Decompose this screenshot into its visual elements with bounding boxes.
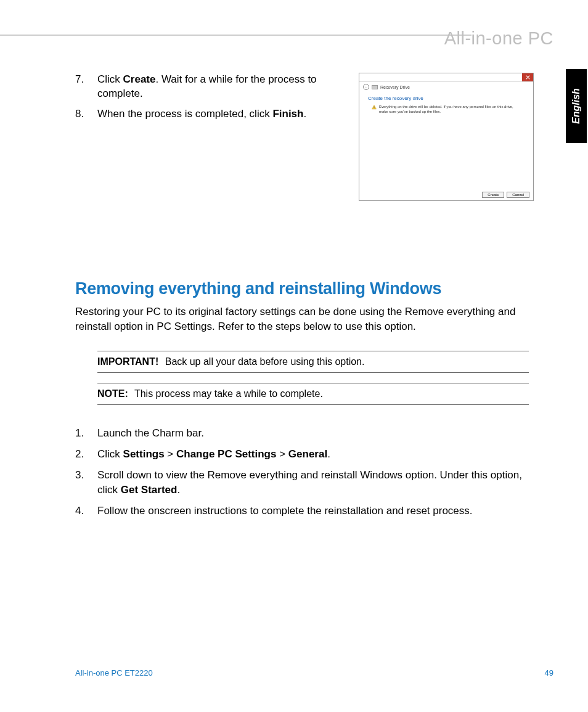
callout-label: IMPORTANT!: [97, 356, 158, 367]
warning-icon: [372, 105, 377, 110]
drive-icon: [372, 85, 378, 89]
step-bold: Create: [123, 73, 156, 85]
step-text: Follow the onscreen instructions to comp…: [97, 504, 531, 518]
create-button[interactable]: Create: [482, 192, 504, 198]
step-post: .: [303, 108, 306, 120]
svg-rect-0: [374, 107, 375, 108]
step-number: 8.: [75, 107, 97, 121]
back-arrow-icon[interactable]: ←: [363, 84, 369, 90]
dialog-warning: Everything on the drive will be deleted.…: [359, 104, 533, 115]
step-pre: Click: [97, 73, 123, 85]
step-pre: When the process is completed, click: [97, 108, 272, 120]
step-number: 1.: [75, 426, 97, 441]
dialog-breadcrumb: ← Recovery Drive: [359, 82, 533, 92]
svg-rect-1: [374, 108, 375, 109]
breadcrumb-text: Recovery Drive: [380, 85, 410, 89]
dialog-footer: Create Cancel: [359, 189, 533, 200]
step-4: 4. Follow the onscreen instructions to c…: [75, 504, 531, 518]
dialog-body-space: [359, 115, 533, 189]
t: Settings: [123, 448, 165, 460]
step-1: 1. Launch the Charm bar.: [75, 426, 531, 441]
callout-label: NOTE:: [97, 388, 128, 399]
dialog-heading: Create the recovery drive: [359, 92, 533, 104]
page-footer: All-in-one PC ET2220 49: [75, 668, 553, 677]
callout-note: NOTE: This process may take a while to c…: [97, 383, 529, 405]
step-text: Click Create. Wait for a while for the p…: [97, 73, 340, 101]
t: >: [165, 448, 176, 460]
t: Change PC Settings: [176, 448, 276, 460]
top-steps-list: 7. Click Create. Wait for a while for th…: [75, 73, 340, 121]
footer-model: All-in-one PC ET2220: [75, 668, 153, 677]
step-8: 8. When the process is completed, click …: [75, 107, 340, 121]
header-product-title: All-in-one PC: [444, 28, 553, 49]
step-3: 3. Scroll down to view the Remove everyt…: [75, 468, 531, 497]
step-text: When the process is completed, click Fin…: [97, 107, 340, 121]
callout-important: IMPORTANT! Back up all your data before …: [97, 351, 529, 373]
step-7: 7. Click Create. Wait for a while for th…: [75, 73, 340, 101]
step-number: 3.: [75, 468, 97, 497]
t: General: [288, 448, 327, 460]
callout-text: This process may take a while to complet…: [134, 388, 323, 399]
close-icon[interactable]: [522, 73, 533, 81]
callout-text: Back up all your data before using this …: [165, 356, 365, 367]
step-text: Click Settings > Change PC Settings > Ge…: [97, 447, 531, 462]
step-text: Launch the Charm bar.: [97, 426, 531, 441]
t: .: [177, 484, 180, 496]
footer-page-number: 49: [545, 668, 553, 677]
t: Get Started: [121, 484, 178, 496]
step-number: 4.: [75, 504, 97, 518]
lower-steps-list: 1. Launch the Charm bar. 2. Click Settin…: [75, 426, 531, 518]
dialog-titlebar: [359, 73, 533, 82]
t: Click: [97, 448, 123, 460]
cancel-button[interactable]: Cancel: [507, 192, 529, 198]
language-tab-label: English: [571, 88, 582, 124]
recovery-drive-screenshot: ← Recovery Drive Create the recovery dri…: [359, 73, 534, 201]
section-intro: Restoring your PC to its original factor…: [75, 305, 531, 334]
header-rule: [0, 35, 472, 36]
t: .: [327, 448, 330, 460]
section-heading: Removing everything and reinstalling Win…: [75, 279, 531, 298]
step-bold: Finish: [272, 108, 303, 120]
step-number: 2.: [75, 447, 97, 462]
step-text: Scroll down to view the Remove everythin…: [97, 468, 531, 497]
t: >: [276, 448, 288, 460]
warning-text: Everything on the drive will be deleted.…: [379, 105, 521, 114]
step-number: 7.: [75, 73, 97, 101]
step-2: 2. Click Settings > Change PC Settings >…: [75, 447, 531, 462]
language-tab: English: [566, 69, 587, 143]
